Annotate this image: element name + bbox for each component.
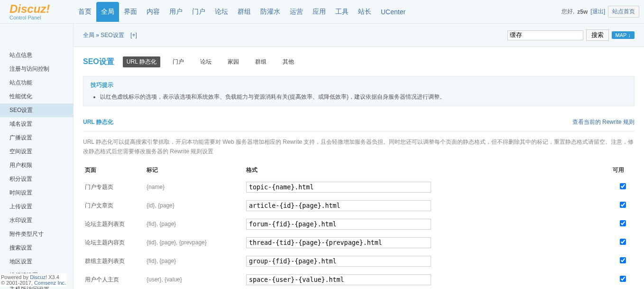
sidebar-item[interactable]: 上传设置 [0, 200, 73, 214]
cell-mark: {fid}, {page} [145, 252, 244, 270]
sidebar-item[interactable]: 地区设置 [0, 255, 73, 269]
cell-mark: {fid}, {page} [145, 215, 244, 233]
sidebar-item[interactable]: 性能优化 [0, 90, 73, 103]
section-title: URL 静态化 [83, 118, 113, 126]
sidebar-item[interactable]: 注册与访问控制 [0, 62, 73, 76]
main-nav-item[interactable]: 全局 [96, 2, 119, 22]
footer-comsenz-link[interactable]: Comsenz Inc. [34, 280, 66, 286]
sidebar-item[interactable]: 空间设置 [0, 145, 73, 158]
format-input[interactable] [246, 256, 431, 267]
breadcrumb-bar: 全局 » SEO设置 [+] 搜索 MAP ↓ [74, 24, 644, 47]
format-input[interactable] [246, 219, 431, 230]
enable-checkbox[interactable] [620, 202, 626, 208]
cell-page: 门户文章页 [83, 196, 145, 215]
sub-nav-tab[interactable]: 论坛 [196, 56, 215, 67]
main-nav-item[interactable]: 群组 [233, 4, 256, 20]
main-nav-item[interactable]: 论坛 [210, 4, 233, 20]
search-button[interactable]: 搜索 [586, 29, 609, 41]
breadcrumb: 全局 » SEO设置 [+] [83, 31, 137, 39]
top-header: Discuz! Control Panel 首页全局界面内容用户门户论坛群组防灌… [0, 0, 644, 24]
greeting-text: 您好, [561, 8, 574, 16]
format-input[interactable] [246, 182, 431, 193]
footer-discuz-link[interactable]: Discuz! [30, 274, 47, 280]
breadcrumb-root[interactable]: 全局 [83, 32, 94, 38]
table-row: 门户专题页{name} [83, 178, 635, 196]
main-nav-item[interactable]: 站长 [353, 4, 376, 20]
footer: Powered by Discuz! X3.4 © 2001-2017, Com… [0, 273, 67, 287]
sidebar-item[interactable]: SEO设置 [0, 103, 73, 117]
cell-enable [611, 215, 635, 233]
main-nav-item[interactable]: 应用 [308, 4, 331, 20]
logout-link[interactable]: [退出] [590, 8, 605, 16]
sidebar-item[interactable]: 用户权限 [0, 158, 73, 172]
table-row: 论坛主题内容页{tid}, {page}, {prevpage} [83, 233, 635, 252]
format-input[interactable] [246, 237, 431, 248]
main-nav-item[interactable]: 工具 [331, 4, 353, 20]
cell-format [244, 233, 611, 252]
sub-nav-tab[interactable]: 门户 [169, 56, 188, 67]
sidebar-item[interactable]: 水印设置 [0, 214, 73, 227]
sidebar-item[interactable]: 积分设置 [0, 172, 73, 186]
search-input[interactable] [507, 30, 583, 40]
enable-checkbox[interactable] [620, 220, 626, 226]
sidebar-item[interactable]: 广播设置 [0, 131, 73, 145]
enable-checkbox[interactable] [620, 257, 626, 263]
th-format: 格式 [244, 162, 611, 178]
main-nav-item[interactable]: 防灌水 [256, 4, 285, 20]
sub-nav-tab[interactable]: 其他 [279, 56, 298, 67]
sub-nav-tab[interactable]: URL 静态化 [123, 56, 160, 67]
cell-page: 论坛主题列表页 [83, 215, 145, 233]
enable-checkbox[interactable] [620, 276, 626, 282]
main-nav-item[interactable]: 运营 [285, 4, 308, 20]
main-nav-item[interactable]: UCenter [376, 4, 410, 19]
tip-title: 技巧提示 [91, 81, 627, 89]
cell-enable [611, 233, 635, 252]
sidebar-item[interactable]: 搜索设置 [0, 241, 73, 255]
cell-format [244, 178, 611, 196]
site-home-button[interactable]: 站点首页 [608, 6, 639, 18]
view-rewrite-link[interactable]: 查看当前的 Rewrite 规则 [572, 118, 635, 126]
logo[interactable]: Discuz! Control Panel [5, 3, 74, 20]
logo-text: Discuz! [9, 3, 74, 15]
sidebar-item[interactable]: 站点信息 [0, 48, 73, 62]
enable-checkbox[interactable] [620, 183, 626, 189]
format-input[interactable] [246, 274, 431, 285]
cell-format [244, 252, 611, 270]
cell-page: 门户专题页 [83, 178, 145, 196]
format-input[interactable] [246, 200, 431, 211]
cell-format [244, 215, 611, 233]
sub-nav-tab[interactable]: 家园 [224, 56, 243, 67]
page-title: SEO设置 [83, 57, 114, 67]
main-nav-item[interactable]: 内容 [142, 4, 165, 20]
cell-mark: {tid}, {page}, {prevpage} [145, 233, 244, 252]
main-nav-item[interactable]: 界面 [119, 4, 142, 20]
map-button[interactable]: MAP ↓ [612, 31, 635, 39]
cell-mark: {name} [145, 178, 244, 196]
table-row: 论坛主题列表页{fid}, {page} [83, 215, 635, 233]
main-nav-item[interactable]: 门户 [187, 4, 210, 20]
main-nav-item[interactable]: 首页 [74, 4, 96, 20]
sub-nav-tab[interactable]: 群组 [251, 56, 270, 67]
section-desc: URL 静态化可以提高搜索引擎抓取，开启本功能需要对 Web 服务器增加相应的 … [83, 131, 635, 162]
cell-enable [611, 196, 635, 215]
cell-mark: {id}, {page} [145, 196, 244, 215]
breadcrumb-plus[interactable]: [+] [130, 32, 137, 38]
sidebar-item[interactable]: 附件类型尺寸 [0, 227, 73, 241]
section-header: URL 静态化 查看当前的 Rewrite 规则 [83, 113, 635, 131]
content-area: 全局 » SEO设置 [+] 搜索 MAP ↓ SEO设置 URL 静态化门户论… [74, 24, 644, 289]
tip-item: 以红色虚线标示的选项，表示该选项和系统效率、负载能力与资源消耗有关(提高效率、或… [100, 93, 627, 101]
cell-format [244, 196, 611, 215]
main-nav-item[interactable]: 用户 [165, 4, 187, 20]
cell-page: 论坛主题内容页 [83, 233, 145, 252]
username: z5w [577, 9, 588, 15]
sidebar-item[interactable]: 站点功能 [0, 76, 73, 90]
th-mark: 标记 [145, 162, 244, 178]
sidebar-item[interactable]: 域名设置 [0, 117, 73, 131]
cell-page: 群组主题列表页 [83, 252, 145, 270]
breadcrumb-current: SEO设置 [101, 32, 124, 38]
sidebar: 站点信息注册与访问控制站点功能性能优化SEO设置域名设置广播设置空间设置用户权限… [0, 24, 74, 289]
sidebar-item[interactable]: 时间设置 [0, 186, 73, 200]
settings-table: 页面 标记 格式 可用 门户专题页{name}门户文章页{id}, {page}… [83, 162, 635, 289]
table-row: 门户文章页{id}, {page} [83, 196, 635, 215]
enable-checkbox[interactable] [620, 239, 626, 245]
